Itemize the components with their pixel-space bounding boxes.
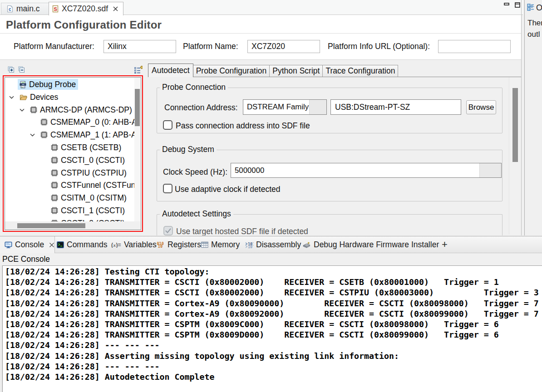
clock-speed-combo[interactable]: 5000000: [231, 163, 502, 178]
editor-tab-main-c[interactable]: c main.c: [1, 3, 51, 15]
platform-name-input[interactable]: XC7Z020: [247, 40, 320, 53]
hosted-sdf-checkbox[interactable]: [163, 226, 173, 235]
tree-horizontal-scrollbar[interactable]: [5, 221, 134, 230]
browse-button[interactable]: Browse: [466, 100, 496, 114]
add-view-button[interactable]: +: [442, 236, 448, 253]
group-title: Autodetect Settings: [160, 209, 233, 219]
connection-family-value: DSTREAM Family: [243, 100, 309, 114]
view-tab-bar: ConsoleCommands(x)=Variables01010Registe…: [0, 236, 542, 253]
collapse-all-button[interactable]: [18, 66, 27, 75]
platform-manufacturer-input[interactable]: Xilinx: [103, 40, 176, 53]
tree-item-label: CSMEMAP_0 (0: AHB-AP): [50, 118, 134, 127]
chip-icon: [40, 131, 48, 138]
minimize-icon[interactable]: [504, 2, 509, 10]
view-tab-label: Variables: [124, 240, 157, 250]
disassembly-icon: 10110: [245, 241, 253, 248]
tree-item-label: CSCTI_1 (CSCTI): [61, 206, 125, 216]
tree-item-csetb-csetb[interactable]: CSETB (CSETB): [5, 141, 123, 154]
tree-item-csmemap-1-1-apb-ap[interactable]: CSMEMAP_1 (1: APB-AP): [5, 128, 134, 141]
editor-tab-label: XC7Z020.sdf: [62, 4, 108, 14]
outline-panel-header[interactable]: O: [527, 3, 542, 13]
chip-icon: [51, 144, 58, 151]
view-tab-debug-hardware-firmware-installer[interactable]: Debug Hardware Firmware Installer: [302, 236, 439, 253]
chevron-down-icon[interactable]: [479, 163, 501, 177]
device-tree: Debug ProbeDevicesARMCS-DP (ARMCS-DP)CSM…: [5, 77, 141, 230]
tree-item-armcs-dp-armcs-dp[interactable]: ARMCS-DP (ARMCS-DP): [5, 103, 134, 116]
tree-item-cstfunnel-cstfunnel[interactable]: CSTFunnel (CSTFunnel): [5, 179, 134, 191]
view-tab-label: Commands: [67, 240, 107, 250]
tree-item-debug-probe[interactable]: Debug Probe: [5, 78, 78, 91]
chip-icon: [51, 207, 58, 214]
view-tab-console[interactable]: Console: [0, 236, 55, 253]
outline-icon: [527, 4, 534, 13]
configuration-tab-bar: AutodetectProbe ConfigurationPython Scri…: [148, 64, 521, 77]
adaptive-clock-checkbox[interactable]: [163, 184, 172, 193]
view-tab-label: Console: [15, 240, 44, 250]
tree-item-cscti-0-cscti[interactable]: CSCTI_0 (CSCTI): [5, 154, 127, 167]
form-tab-probe-configuration[interactable]: Probe Configuration: [193, 65, 270, 77]
pass-connection-checkbox[interactable]: [163, 120, 172, 130]
connection-address-input[interactable]: USB:DStream-PT-SZ: [330, 99, 461, 115]
expand-all-button[interactable]: [8, 66, 17, 75]
tree-horizontal-scrollbar-thumb[interactable]: [17, 223, 85, 228]
tree-item-content: CSCTI_0 (CSCTI): [49, 155, 127, 166]
platform-header-form: Platform Manufacturer: Xilinx Platform N…: [0, 34, 522, 60]
view-controls: [504, 2, 520, 10]
folder-open-icon: [20, 94, 27, 101]
close-icon[interactable]: [49, 242, 54, 248]
form-tab-python-script[interactable]: Python Script: [270, 65, 323, 77]
form-vertical-scrollbar-thumb[interactable]: [512, 88, 518, 162]
platform-info-url-input[interactable]: [438, 40, 511, 53]
maximize-icon[interactable]: [515, 2, 520, 10]
view-tab-label: Memory: [211, 240, 240, 250]
tree-vertical-scrollbar[interactable]: [134, 78, 140, 221]
chip-icon: [51, 169, 58, 176]
view-tab-memory[interactable]: Memory: [201, 236, 240, 253]
tree-item-devices[interactable]: Devices: [5, 91, 60, 103]
form-tab-trace-configuration[interactable]: Trace Configuration: [323, 65, 398, 77]
outline-panel: O Ther outl: [525, 0, 542, 235]
tree-item-csmemap-0-0-ahb-ap[interactable]: CSMEMAP_0 (0: AHB-AP): [5, 116, 134, 128]
probe-connection-group: Probe Connection Connection Address: DST…: [157, 88, 503, 133]
svg-text:c: c: [9, 7, 11, 12]
view-tab-registers[interactable]: 01010Registers: [157, 236, 201, 253]
editor-tab-bar: c main.c S XC7Z020.sdf: [0, 0, 523, 15]
c-file-icon: c: [7, 5, 13, 13]
tree-item-cscti-2-cscti[interactable]: CSCTI_2 (CSCTI): [5, 217, 127, 221]
tree-item-content: CSMEMAP_1 (1: APB-AP): [39, 129, 134, 140]
chevron-down-icon[interactable]: [309, 100, 326, 114]
outline-message-line: outl: [527, 30, 540, 39]
view-tab-label: Registers: [168, 240, 201, 250]
svg-text:(: (: [111, 242, 113, 248]
tree-scrollbar-corner: [134, 221, 140, 230]
clock-speed-label: Clock Speed (Hz):: [163, 167, 227, 177]
sdf-file-icon: S: [52, 5, 59, 13]
tree-vertical-scrollbar-thumb[interactable]: [135, 89, 140, 126]
connection-family-combo[interactable]: DSTREAM Family: [243, 99, 327, 115]
add-device-button[interactable]: [134, 65, 143, 74]
form-tab-autodetect[interactable]: Autodetect: [148, 64, 193, 77]
tree-item-content: CSITM_0 (CSITM): [49, 192, 129, 203]
view-tab-disassembly[interactable]: 10110Disassembly: [245, 236, 301, 253]
tree-item-content: CSTPIU (CSTPIU): [49, 167, 129, 178]
console-output-area[interactable]: [18/02/24 14:26:28] Testing CTI topology…: [2, 265, 542, 392]
view-tab-variables[interactable]: (x)=Variables: [111, 236, 157, 253]
view-tab-commands[interactable]: Commands: [57, 236, 107, 253]
console-icon: [5, 241, 12, 249]
editor-tab-xc7z020-sdf[interactable]: S XC7Z020.sdf: [49, 2, 123, 15]
view-tab-label: Disassembly: [256, 240, 301, 250]
tree-item-cstpiu-cstpiu[interactable]: CSTPIU (CSTPIU): [5, 167, 129, 179]
tree-item-content: CSCTI_1 (CSCTI): [49, 205, 127, 216]
tree-item-content: Debug Probe: [18, 79, 78, 90]
pass-connection-label[interactable]: Pass connection address into SDF file: [176, 121, 310, 131]
adaptive-clock-label[interactable]: Use adaptive clock if detected: [175, 185, 281, 194]
close-icon[interactable]: [113, 6, 118, 12]
hosted-sdf-label[interactable]: Use target hosted SDF file if detected: [176, 227, 308, 235]
tree-item-label: CSTPIU (CSTPIU): [61, 168, 127, 178]
form-vertical-scrollbar[interactable]: [509, 77, 521, 235]
tree-item-csitm-0-csitm[interactable]: CSITM_0 (CSITM): [5, 191, 129, 204]
tree-item-content: CSTFunnel (CSTFunnel): [49, 180, 134, 191]
tree-item-cscti-1-cscti[interactable]: CSCTI_1 (CSCTI): [5, 204, 127, 217]
tree-item-label: CSTFunnel (CSTFunnel): [61, 181, 134, 190]
platform-manufacturer-label: Platform Manufacturer:: [14, 40, 94, 53]
